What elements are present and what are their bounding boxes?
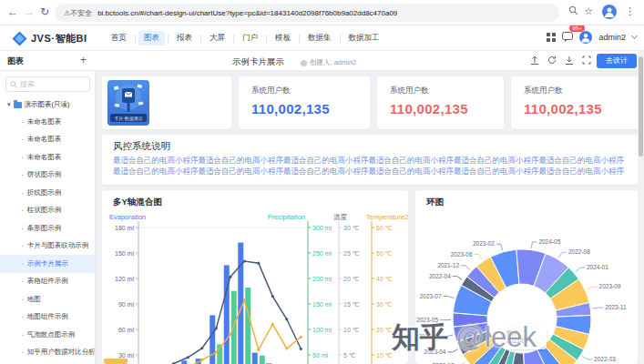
nav-item-3[interactable]: 报表 bbox=[171, 31, 198, 46]
fullscreen-icon[interactable] bbox=[582, 56, 591, 65]
back-icon[interactable]: ← bbox=[7, 5, 18, 18]
nav-item-5[interactable]: 门户 bbox=[237, 31, 263, 46]
creator-avatar bbox=[301, 60, 307, 66]
caret-down-icon[interactable]: ▾ bbox=[7, 101, 11, 108]
nav-divider bbox=[233, 35, 234, 43]
chevron-down-icon[interactable] bbox=[631, 33, 638, 39]
stat-card-3[interactable]: 系统用户数 110,002,135 bbox=[377, 76, 504, 129]
tree-item-10[interactable]: ▪表格组件示例 bbox=[0, 273, 96, 291]
folder-icon bbox=[14, 102, 22, 108]
svg-text:250 ml: 250 ml bbox=[312, 250, 332, 257]
multi-axis-chart-card: 多Y轴混合图 Evaporation180 ml150 ml120 ml90 m… bbox=[102, 190, 408, 364]
multi-axis-chart[interactable]: Evaporation180 ml150 ml120 ml90 ml60 ml3… bbox=[102, 209, 408, 364]
tree-item-11[interactable]: ▪地图 bbox=[0, 290, 96, 308]
browser-profile-avatar[interactable] bbox=[602, 5, 617, 19]
zoom-icon[interactable] bbox=[568, 5, 578, 17]
chart-leaf-icon: ▪ bbox=[22, 207, 24, 213]
stat-card-4[interactable]: 系统用户数 110,002,135 bbox=[511, 76, 638, 129]
nav-item-7[interactable]: 数据集 bbox=[302, 31, 337, 46]
forward-icon[interactable]: → bbox=[24, 5, 35, 18]
user-name[interactable]: admin2 bbox=[598, 33, 626, 42]
tree-item-6[interactable]: ▪柱状图示例 bbox=[0, 202, 96, 220]
creator-label: 创建人: admin2 bbox=[301, 58, 356, 67]
bookmark-star-icon[interactable]: ☆ bbox=[584, 5, 593, 17]
chart-leaf-icon: ▪ bbox=[22, 349, 24, 355]
svg-text:5 ℃: 5 ℃ bbox=[343, 352, 356, 359]
upload-icon[interactable] bbox=[530, 56, 539, 65]
nav-item-1[interactable]: 首页 bbox=[106, 31, 132, 46]
tree-item-2[interactable]: ▪未命名图表 bbox=[0, 131, 96, 149]
header-right: 99+ admin2 bbox=[547, 29, 637, 46]
donut-label: 2024-01 bbox=[587, 264, 608, 270]
partial-element bbox=[104, 359, 128, 364]
refresh-icon[interactable] bbox=[547, 56, 557, 65]
svg-text:Evaporation: Evaporation bbox=[109, 213, 146, 221]
tree-item-9[interactable]: ▪示例卡片展示 bbox=[0, 255, 96, 273]
scrollbar-thumb[interactable] bbox=[639, 56, 643, 157]
panel-title: 图表 bbox=[7, 56, 24, 67]
svg-text:15 ℃: 15 ℃ bbox=[343, 301, 360, 308]
mailbox-illustration: 卡片·数据展示 bbox=[107, 80, 149, 126]
stat-card-1[interactable]: 卡片·数据展示 1436 系统用户数 bbox=[102, 76, 231, 129]
user-avatar[interactable] bbox=[579, 31, 592, 44]
search-icon bbox=[10, 81, 17, 88]
nav-item-2[interactable]: 图表 bbox=[138, 31, 165, 46]
tree-item-12[interactable]: ▪地图组件示例 bbox=[0, 308, 96, 327]
apps-grid-icon[interactable] bbox=[547, 33, 556, 42]
tree-item-7[interactable]: ▪条形图示例 bbox=[0, 219, 96, 238]
svg-text:60 ℃: 60 ℃ bbox=[376, 225, 393, 231]
donut-label: 2022-04 bbox=[429, 273, 451, 279]
screen: ← → ↻ ⚠ 不安全 bi.bctools.cn/#/chart-design… bbox=[0, 0, 644, 364]
address-bar[interactable]: ⚠ 不安全 bi.bctools.cn/#/chart-design-ui/ch… bbox=[55, 4, 559, 22]
chart-leaf-icon: ▪ bbox=[22, 314, 24, 319]
add-chart-button[interactable]: + bbox=[80, 54, 87, 66]
stat-label: 系统用户数 bbox=[524, 86, 625, 96]
toolbar: 图表 + 示例卡片展示 创建人: admin2 去设计 bbox=[0, 51, 644, 71]
stat-value: 1436 bbox=[220, 87, 231, 104]
search-box[interactable] bbox=[5, 76, 90, 92]
description-title: 风控系统说明 bbox=[113, 140, 170, 153]
svg-text:30 ml: 30 ml bbox=[118, 352, 135, 359]
stat-label: 系统用户数 bbox=[390, 86, 491, 96]
tree-item-8[interactable]: ▪卡片与图表联动示例 bbox=[0, 238, 96, 256]
tree-item-13[interactable]: ▪气泡散点图示例 bbox=[0, 326, 96, 344]
donut-label: 2021-12 bbox=[437, 262, 459, 268]
tree-folder[interactable]: ▾ 演示图表(只读) bbox=[0, 96, 96, 113]
nav-item-8[interactable]: 数据加工 bbox=[343, 31, 385, 46]
svg-text:50 ml: 50 ml bbox=[312, 352, 329, 359]
tree-item-14[interactable]: ▪知乎用户数据对比分析 bbox=[0, 344, 96, 362]
chart-leaf-icon: ▪ bbox=[22, 261, 24, 267]
svg-text:120 ml: 120 ml bbox=[115, 276, 134, 282]
message-icon[interactable]: 99+ bbox=[562, 29, 573, 46]
brand-logo-icon bbox=[12, 31, 27, 46]
svg-text:10 ℃: 10 ℃ bbox=[343, 327, 360, 333]
design-button[interactable]: 去设计 bbox=[597, 54, 637, 68]
description-text: 最适合自己的电商小程序最适合自己的电商小程序最适合自己的电商小程序最适合自己的电… bbox=[113, 155, 629, 178]
svg-text:Precipitation: Precipitation bbox=[268, 213, 305, 221]
app-header: JVS·智能BI 首页图表报表大屏门户模板数据集数据加工 99+ admin2 bbox=[0, 25, 644, 51]
stat-card-2[interactable]: 系统用户数 110,002,135 bbox=[239, 76, 370, 129]
tree-item-3[interactable]: ▪未命名图表 bbox=[0, 148, 96, 167]
main-nav: 首页图表报表大屏门户模板数据集数据加工 bbox=[106, 30, 385, 46]
chart-leaf-icon: ▪ bbox=[22, 243, 24, 248]
nav-item-6[interactable]: 模板 bbox=[270, 31, 296, 46]
stat-value: 110,002,135 bbox=[390, 101, 491, 116]
chart-leaf-icon: ▪ bbox=[22, 136, 24, 142]
nav-divider bbox=[168, 35, 169, 43]
browser-menu-icon[interactable]: ⋮ bbox=[625, 5, 635, 17]
svg-text:200 ml: 200 ml bbox=[312, 276, 332, 282]
page-scrollbar[interactable] bbox=[638, 51, 644, 364]
reload-icon[interactable]: ↻ bbox=[40, 5, 49, 18]
tree-item-4[interactable]: ▪饼状图示例 bbox=[0, 167, 96, 185]
download-icon[interactable] bbox=[565, 56, 574, 65]
tree-item-5[interactable]: ▪折线图示例 bbox=[0, 184, 96, 202]
donut-label: 2023-06 bbox=[451, 251, 473, 258]
sidebar: ▾ 演示图表(只读) ▪未命名图表▪未命名图表▪未命名图表▪饼状图示例▪折线图示… bbox=[0, 71, 96, 364]
donut-label: 2024-05 bbox=[538, 238, 560, 245]
svg-text:150 ml: 150 ml bbox=[312, 301, 332, 308]
stat-value: 110,002,135 bbox=[251, 101, 357, 116]
search-input[interactable] bbox=[20, 80, 84, 88]
description-card: 风控系统说明 最适合自己的电商小程序最适合自己的电商小程序最适合自己的电商小程序… bbox=[102, 135, 638, 185]
tree-item-1[interactable]: ▪未命名图表 bbox=[0, 113, 96, 131]
nav-item-4[interactable]: 大屏 bbox=[204, 31, 230, 46]
